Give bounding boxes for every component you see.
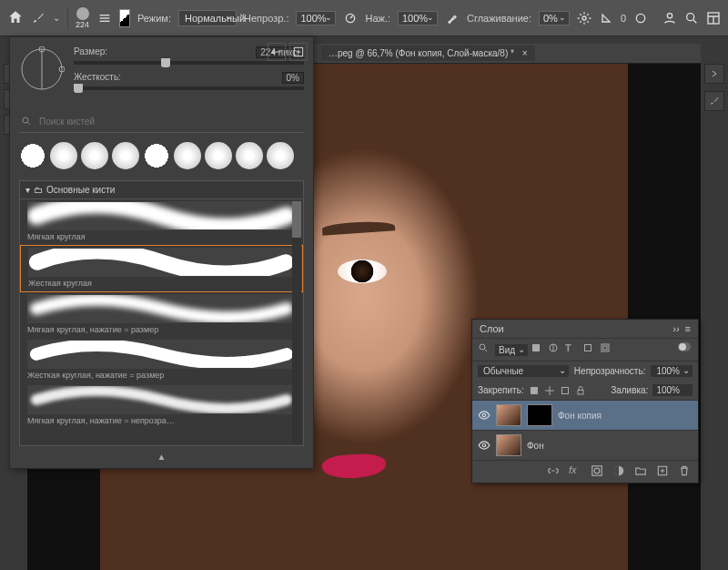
- brush-list-item[interactable]: Мягкая круглая, нажатие = непрозра…: [20, 383, 303, 429]
- angle-icon[interactable]: [599, 11, 613, 25]
- airbrush-icon[interactable]: [445, 11, 460, 25]
- new-layer-icon[interactable]: [656, 464, 671, 479]
- folder-icon: 🗀: [34, 185, 43, 195]
- brush-thumb[interactable]: [236, 142, 263, 169]
- layer-thumbnail[interactable]: [496, 434, 521, 456]
- filter-pixel-icon[interactable]: [531, 342, 545, 357]
- filter-shape-icon[interactable]: [582, 342, 597, 357]
- brush-thumb[interactable]: [81, 142, 108, 169]
- right-panel-strip: [704, 64, 724, 111]
- layer-opacity-field[interactable]: 100%: [651, 365, 693, 377]
- filter-kind-dropdown[interactable]: Вид: [495, 344, 528, 356]
- brush-list-item[interactable]: Жесткая круглая: [20, 245, 303, 292]
- color-swatches[interactable]: [119, 9, 130, 27]
- brush-thumb[interactable]: [50, 142, 77, 169]
- search-icon[interactable]: [684, 11, 699, 25]
- flow-label: Наж.:: [365, 13, 390, 24]
- layer-thumbnail[interactable]: [496, 404, 521, 426]
- link-layers-icon[interactable]: [547, 464, 561, 479]
- layer-blend-dropdown[interactable]: Обычные: [478, 365, 569, 377]
- svg-rect-20: [603, 346, 607, 350]
- hardness-value[interactable]: 0%: [282, 72, 304, 84]
- lock-position-icon[interactable]: [544, 385, 555, 396]
- document-tab-bar: …peg @ 66,7% (Фон копия, Слой-маска/8) *…: [314, 44, 701, 64]
- collapse-panel-icon[interactable]: ››: [672, 323, 679, 334]
- pressure-opacity-icon[interactable]: [343, 11, 358, 25]
- brush-list-item[interactable]: Мягкая круглая: [20, 199, 303, 245]
- brush-list-item[interactable]: Жесткая круглая, нажатие = размер: [20, 338, 303, 383]
- brush-thumb[interactable]: [174, 142, 201, 169]
- panel-toggle-button[interactable]: [704, 64, 724, 84]
- svg-rect-24: [561, 387, 568, 393]
- filter-search-icon[interactable]: [478, 342, 492, 357]
- brush-thumb[interactable]: [143, 142, 170, 169]
- blend-mode-dropdown[interactable]: Нормальный: [178, 10, 237, 26]
- layer-mask-thumbnail[interactable]: [527, 404, 552, 426]
- layer-row[interactable]: Фон: [472, 430, 698, 460]
- home-button[interactable]: [7, 9, 24, 27]
- scrollbar-thumb[interactable]: [292, 201, 301, 238]
- document-tab[interactable]: …peg @ 66,7% (Фон копия, Слой-маска/8) *…: [321, 46, 535, 61]
- panel-menu-icon[interactable]: ≡: [685, 323, 691, 334]
- filter-toggle-switch[interactable]: [678, 342, 693, 357]
- smoothing-field[interactable]: 0%: [539, 11, 570, 25]
- layer-filter-row: Вид T: [472, 338, 698, 361]
- brush-thumbnails-row[interactable]: [19, 142, 304, 169]
- brush-folder-header[interactable]: ▾ 🗀 Основные кисти: [20, 181, 303, 199]
- add-mask-icon[interactable]: [591, 464, 605, 479]
- panel-resize-grip[interactable]: ▲: [19, 452, 304, 462]
- brush-preset-picker[interactable]: 224: [76, 5, 90, 31]
- close-tab-icon[interactable]: ×: [522, 48, 528, 58]
- delete-layer-icon[interactable]: [678, 464, 693, 479]
- brush-angle-control[interactable]: [19, 46, 65, 92]
- brush-size-readout: 224: [76, 20, 89, 29]
- flow-field[interactable]: 100%: [398, 11, 438, 25]
- layer-fx-icon[interactable]: fx: [569, 464, 583, 479]
- brush-panel-icon[interactable]: [704, 91, 724, 111]
- brush-preset-panel: Размер:224 пикс. Жесткость:0% ▾ 🗀 Основн…: [9, 36, 314, 469]
- cloud-docs-icon[interactable]: [662, 11, 677, 25]
- brush-name: Мягкая круглая: [27, 230, 296, 241]
- brush-search-input[interactable]: [39, 117, 304, 127]
- brush-chevron-icon[interactable]: ⌄: [53, 13, 60, 23]
- search-icon: [19, 114, 34, 128]
- visibility-eye-icon[interactable]: [478, 409, 490, 422]
- layer-name[interactable]: Фон: [527, 441, 544, 451]
- lock-all-icon[interactable]: [575, 385, 586, 396]
- hardness-slider[interactable]: Жесткость:0%: [74, 72, 304, 90]
- brush-list-item[interactable]: Мягкая круглая, нажатие = размер: [20, 292, 303, 338]
- angle-value[interactable]: 0: [621, 13, 626, 24]
- workspace-icon[interactable]: [706, 11, 721, 25]
- layer-fill-field[interactable]: 100%: [652, 384, 693, 396]
- svg-rect-25: [578, 390, 583, 394]
- opacity-field[interactable]: 100%: [296, 11, 336, 25]
- new-preset-icon[interactable]: [289, 43, 308, 61]
- svg-point-4: [582, 16, 586, 20]
- filter-adjust-icon[interactable]: [548, 342, 562, 357]
- brush-tool-icon[interactable]: [31, 11, 46, 25]
- group-layers-icon[interactable]: [634, 464, 649, 479]
- smoothing-gear-icon[interactable]: [577, 11, 592, 25]
- brush-settings-icon[interactable]: [97, 11, 112, 25]
- brush-name: Мягкая круглая, нажатие = непрозра…: [27, 414, 296, 425]
- brush-list[interactable]: Мягкая круглая Жесткая круглая Мягкая кр…: [20, 199, 303, 445]
- lock-artboard-icon[interactable]: [560, 385, 571, 396]
- pressure-size-icon[interactable]: [633, 11, 648, 25]
- adjustment-layer-icon[interactable]: [612, 464, 627, 479]
- layer-row[interactable]: Фон копия: [472, 400, 698, 430]
- brush-thumb[interactable]: [267, 142, 294, 169]
- brush-search[interactable]: [19, 110, 304, 133]
- lock-pixels-icon[interactable]: [529, 385, 540, 396]
- svg-rect-18: [585, 345, 592, 351]
- visibility-eye-icon[interactable]: [478, 439, 490, 452]
- brush-thumb[interactable]: [112, 142, 139, 169]
- layer-name[interactable]: Фон копия: [558, 411, 602, 421]
- brush-thumb[interactable]: [19, 142, 46, 169]
- filter-type-icon[interactable]: T: [565, 342, 580, 357]
- lock-label: Закрепить:: [478, 385, 524, 395]
- smoothing-label: Сглаживание:: [467, 13, 531, 24]
- filter-smart-icon[interactable]: [600, 342, 614, 357]
- document-tab-title: …peg @ 66,7% (Фон копия, Слой-маска/8) *: [329, 48, 514, 58]
- brush-thumb[interactable]: [205, 142, 232, 169]
- flip-x-icon[interactable]: [268, 43, 286, 61]
